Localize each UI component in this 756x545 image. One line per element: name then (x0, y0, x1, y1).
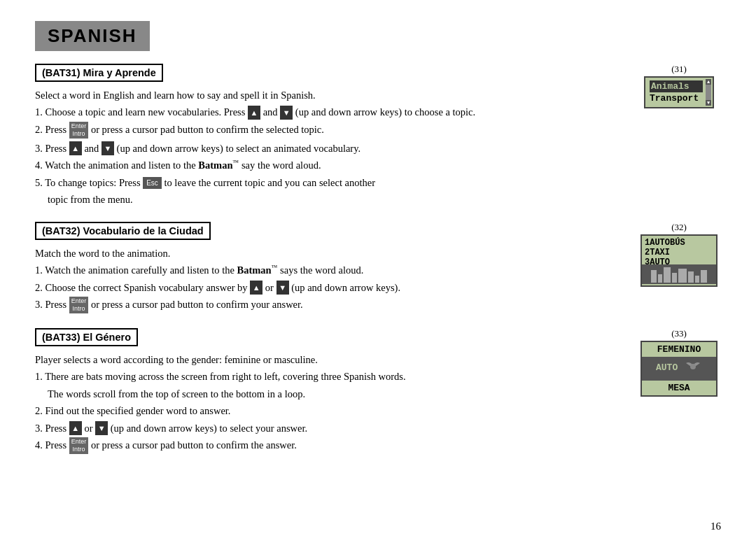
bat33-content: Player selects a word according to the g… (35, 352, 630, 455)
scrollbar: ▲ ▼ (706, 79, 711, 106)
bat-silhouette: AUTO (654, 360, 704, 375)
bat31-content: Select a word in English and learn how t… (35, 87, 630, 208)
arrow-up-icon: ▲ (248, 106, 260, 120)
bat33-line2: 2. Find out the specified gender word to… (35, 403, 630, 418)
page-container: SPANISH (BAT31) Mira y Aprende Select a … (0, 0, 756, 545)
section-bat32: (BAT32) Vocabulario de la Ciudad Match t… (35, 222, 721, 316)
bat33-line1: 1. There are bats moving across the scre… (35, 369, 630, 384)
bat31-image-col: (31) Animals Transport ▲ ▼ (637, 64, 721, 108)
bat31-line5b: topic from the menu. (35, 192, 630, 207)
bat31-header: (BAT31) Mira y Aprende (35, 64, 163, 82)
bat33-image-col: (33) FEMENINO AUTO MESA (637, 328, 721, 397)
bat31-main-text: (BAT31) Mira y Aprende Select a word in … (35, 64, 630, 209)
bat31-ref: (31) (671, 64, 687, 75)
bat32-ref: (32) (671, 222, 687, 233)
bat32-lcd: 1AUTOBÚS 2TAXI 3AUTO (640, 234, 718, 287)
batman-brand: Batman (198, 160, 232, 171)
arrow-up-icon2: ▲ (69, 141, 82, 155)
spanish-header: SPANISH (35, 21, 150, 51)
svg-point-1 (690, 364, 696, 369)
tm-symbol2: ™ (272, 264, 278, 271)
bat32-content-row: (BAT32) Vocabulario de la Ciudad Match t… (35, 222, 721, 316)
section-bat31: (BAT31) Mira y Aprende Select a word in … (35, 64, 721, 209)
lcd-line-animals: Animals (650, 80, 703, 92)
lcd-city-silhouette (642, 264, 716, 284)
scroll-up: ▲ (706, 79, 711, 85)
bat31-line5: 5. To change topics: Press Esc to leave … (35, 175, 630, 190)
arrow-down-icon: ▼ (280, 106, 293, 120)
lcd-line-transport: Transport (650, 92, 703, 104)
bat33-lcd-femenino: FEMENINO (642, 342, 716, 357)
lcd-autobus: 1AUTOBÚS (645, 238, 713, 248)
bat33-header: (BAT33) El Género (35, 328, 138, 346)
enter-key-icon2: EnterIntro (69, 297, 89, 313)
page-number: 16 (710, 521, 721, 532)
bat33-lcd-auto: AUTO (642, 357, 716, 381)
bat33-main-text: (BAT33) El Género Player selects a word … (35, 328, 630, 456)
bat31-line2: 2. Press EnterIntro or press a cursor pa… (35, 122, 630, 139)
lcd-taxi: 2TAXI (645, 248, 713, 257)
tm-symbol: ™ (233, 159, 239, 166)
bat31-content-row: (BAT31) Mira y Aprende Select a word in … (35, 64, 721, 209)
arrow-up-icon3: ▲ (250, 281, 262, 295)
enter-key-icon: EnterIntro (69, 122, 89, 139)
bat33-lcd-mesa: MESA (642, 381, 716, 395)
bat33-ref: (33) (671, 328, 687, 339)
bat32-header: (BAT32) Vocabulario de la Ciudad (35, 222, 211, 240)
esc-key-icon: Esc (143, 177, 162, 190)
bat33-line0: Player selects a word according to the g… (35, 352, 630, 367)
bat33-line1b: The words scroll from the top of screen … (35, 386, 630, 402)
arrow-down-icon2: ▼ (102, 141, 114, 155)
page-title: SPANISH (48, 25, 137, 46)
bat32-line2: 2. Choose the correct Spanish vocabulary… (35, 280, 630, 296)
section-bat33: (BAT33) El Género Player selects a word … (35, 328, 721, 456)
bat31-line4: 4. Watch the animation and listen to the… (35, 157, 630, 173)
svg-text:AUTO: AUTO (656, 362, 678, 373)
bat31-line1: 1. Choose a topic and learn new vocabula… (35, 104, 630, 120)
bat32-line3: 3. Press EnterIntro or press a cursor pa… (35, 297, 630, 313)
bat33-line3: 3. Press ▲ or ▼ (up and down arrow keys)… (35, 420, 630, 437)
batman-brand2: Batman (237, 264, 271, 276)
arrow-down-icon4: ▼ (95, 421, 108, 435)
arrow-up-icon4: ▲ (69, 421, 82, 435)
bat32-content: Match the word to the animation. 1. Watc… (35, 246, 630, 314)
bat32-main-text: (BAT32) Vocabulario de la Ciudad Match t… (35, 222, 630, 316)
bat31-lcd: Animals Transport ▲ ▼ (644, 76, 714, 108)
scroll-down: ▼ (706, 100, 711, 106)
bat31-line0: Select a word in English and learn how t… (35, 87, 630, 103)
bat33-line4: 4. Press EnterIntro or press a cursor pa… (35, 437, 630, 454)
bat32-image-col: (32) 1AUTOBÚS 2TAXI 3AUTO (637, 222, 721, 287)
arrow-down-icon3: ▼ (276, 281, 289, 295)
bat31-line3: 3. Press ▲ and ▼ (up and down arrow keys… (35, 141, 630, 157)
enter-key-icon3: EnterIntro (69, 437, 89, 454)
bat33-content-row: (BAT33) El Género Player selects a word … (35, 328, 721, 456)
bat32-line1: 1. Watch the animation carefully and lis… (35, 262, 630, 278)
bat32-line0: Match the word to the animation. (35, 246, 630, 261)
bat33-lcd: FEMENINO AUTO MESA (640, 341, 718, 397)
